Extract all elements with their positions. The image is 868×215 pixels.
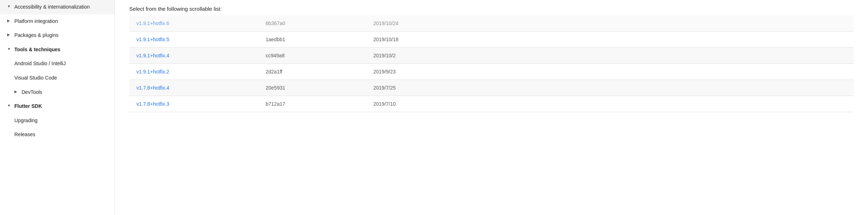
sidebar-item-label: Packages & plugins (14, 32, 59, 39)
sidebar-item-releases[interactable]: Releases (0, 128, 115, 142)
sidebar-item-label: Tools & techniques (14, 46, 60, 53)
date-cell: 2019/10/24 (366, 15, 854, 32)
version-link[interactable]: v1.7.8+hotfix.4 (136, 85, 169, 91)
section-header: Select from the following scrollable lis… (129, 0, 854, 15)
table-row: v1.7.8+hotfix.3b712a172019/7/10 (129, 96, 854, 112)
commit-cell: cc949a8 (258, 48, 366, 64)
date-cell: 2019/9/23 (366, 64, 854, 80)
date-cell: 2019/10/2 (366, 48, 854, 64)
commit-cell: 2d2a1ff (258, 64, 366, 80)
sidebar-item-visual-studio-code[interactable]: Visual Studio Code (0, 71, 115, 85)
sidebar-item-accessibility[interactable]: Accessibility & internationalization (0, 0, 115, 14)
sidebar-item-tools-techniques[interactable]: Tools & techniques (0, 43, 115, 57)
sidebar-item-label: DevTools (22, 89, 42, 96)
chevron-right-icon (7, 18, 13, 23)
date-cell: 2019/7/25 (366, 80, 854, 96)
sidebar-item-devtools[interactable]: DevTools (0, 85, 115, 100)
sidebar-item-label: Releases (14, 131, 35, 138)
sidebar-item-label: Flutter SDK (14, 103, 42, 110)
commit-cell: 6b367a0 (258, 15, 366, 32)
sidebar-item-upgrading[interactable]: Upgrading (0, 114, 115, 128)
date-cell: 2019/7/10 (366, 96, 854, 112)
sidebar-item-packages-plugins[interactable]: Packages & plugins (0, 28, 115, 43)
version-table: v1.9.1+hotfix.66b367a02019/10/24v1.9.1+h… (129, 15, 854, 112)
chevron-down-icon (7, 47, 13, 52)
version-link[interactable]: v1.9.1+hotfix.4 (136, 53, 169, 58)
commit-cell: b712a17 (258, 96, 366, 112)
chevron-down-icon (7, 4, 13, 9)
table-row: v1.9.1+hotfix.22d2a1ff2019/9/23 (129, 64, 854, 80)
sidebar-item-label: Visual Studio Code (14, 75, 57, 82)
version-link[interactable]: v1.9.1+hotfix.5 (136, 37, 169, 42)
date-cell: 2019/10/18 (366, 32, 854, 48)
table-row: v1.9.1+hotfix.66b367a02019/10/24 (129, 15, 854, 32)
version-link[interactable]: v1.7.8+hotfix.3 (136, 101, 169, 107)
commit-cell: 1aedbb1 (258, 32, 366, 48)
sidebar-item-label: Upgrading (14, 117, 38, 124)
commit-cell: 20e5931 (258, 80, 366, 96)
version-link[interactable]: v1.9.1+hotfix.2 (136, 69, 169, 75)
chevron-down-icon (7, 103, 13, 108)
version-link[interactable]: v1.9.1+hotfix.6 (136, 20, 169, 26)
chevron-right-icon (7, 32, 13, 37)
table-row: v1.9.1+hotfix.4cc949a82019/10/2 (129, 48, 854, 64)
table-row: v1.9.1+hotfix.51aedbb12019/10/18 (129, 32, 854, 48)
sidebar-item-label: Android Studio / IntelliJ (14, 60, 66, 67)
sidebar-item-platform-integration[interactable]: Platform integration (0, 14, 115, 29)
table-row: v1.7.8+hotfix.420e59312019/7/25 (129, 80, 854, 96)
sidebar-item-flutter-sdk[interactable]: Flutter SDK (0, 99, 115, 114)
sidebar-item-label: Platform integration (14, 18, 58, 25)
chevron-right-icon (14, 89, 20, 94)
main-content: Select from the following scrollable lis… (115, 0, 868, 215)
sidebar-item-android-studio[interactable]: Android Studio / IntelliJ (0, 57, 115, 71)
sidebar: Accessibility & internationalization Pla… (0, 0, 115, 215)
sidebar-item-label: Accessibility & internationalization (14, 4, 90, 11)
